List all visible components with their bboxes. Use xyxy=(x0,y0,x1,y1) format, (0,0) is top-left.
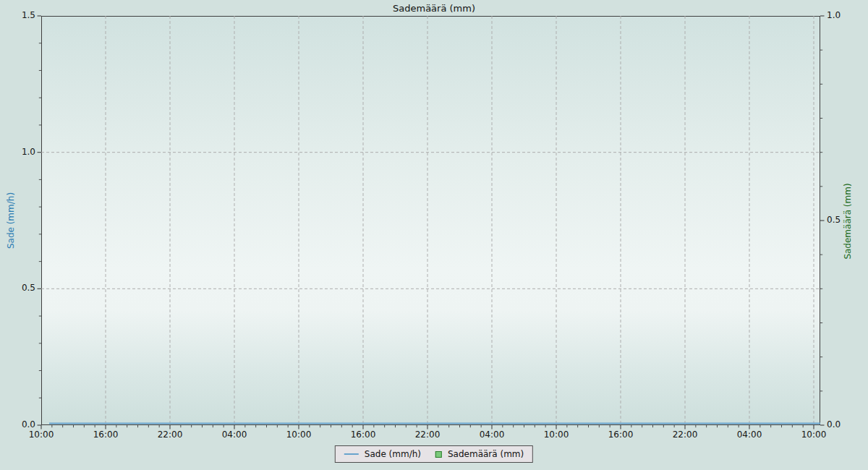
x-tick-label: 10:00 xyxy=(29,430,54,440)
square-swatch-icon xyxy=(435,451,442,458)
left-tick-label: 1.5 xyxy=(0,10,35,20)
left-tick-label: 1.0 xyxy=(0,147,35,157)
x-tick-label: 16:00 xyxy=(351,430,376,440)
x-tick-label: 16:00 xyxy=(608,430,634,440)
right-tick-label: 0.0 xyxy=(827,419,841,430)
x-tick-label: 22:00 xyxy=(158,430,183,440)
precipitation-chart: Sademäärä (mm) Sade (mm/h) Sademäärä (mm… xyxy=(0,0,868,470)
x-tick-label: 22:00 xyxy=(415,430,441,440)
x-tick-label: 04:00 xyxy=(480,430,505,440)
x-tick-label: 04:00 xyxy=(222,430,247,440)
left-tick-label: 0.5 xyxy=(0,283,35,293)
legend-label-sade: Sade (mm/h) xyxy=(365,449,421,459)
x-tick-label: 22:00 xyxy=(673,430,698,440)
left-tick-label: 0.0 xyxy=(0,419,35,430)
legend-item-sade: Sade (mm/h) xyxy=(344,449,421,459)
x-tick-label: 10:00 xyxy=(286,430,312,440)
x-tick-label: 10:00 xyxy=(801,430,827,440)
right-tick-label: 1.0 xyxy=(827,10,841,20)
legend: Sade (mm/h) Sademäärä (mm) xyxy=(335,445,533,463)
x-tick-label: 16:00 xyxy=(93,430,119,440)
x-tick-label: 10:00 xyxy=(544,430,569,440)
plot-area xyxy=(41,16,820,425)
legend-label-sademaara: Sademäärä (mm) xyxy=(448,449,524,459)
x-tick-label: 04:00 xyxy=(737,430,762,440)
right-tick-label: 0.5 xyxy=(827,215,841,225)
right-axis-label: Sademäärä (mm) xyxy=(843,183,853,259)
legend-item-sademaara: Sademäärä (mm) xyxy=(435,449,524,459)
left-axis-label: Sade (mm/h) xyxy=(6,192,16,249)
chart-title: Sademäärä (mm) xyxy=(0,3,868,14)
line-swatch-icon xyxy=(344,453,359,455)
